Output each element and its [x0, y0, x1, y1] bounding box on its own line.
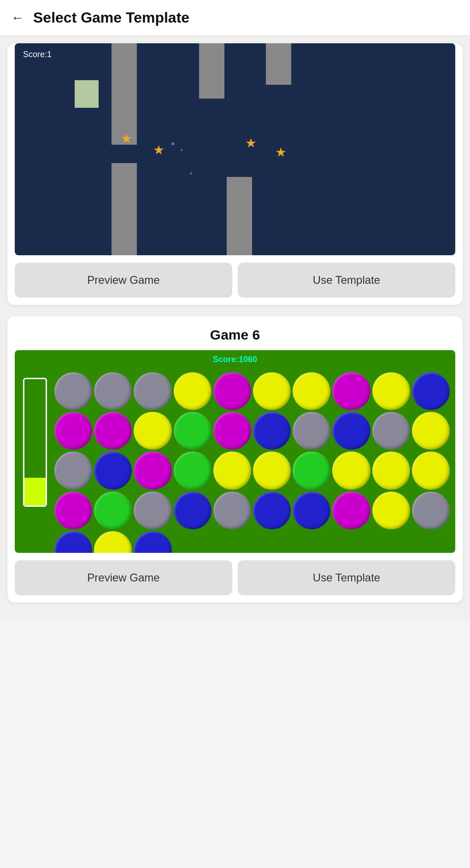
bubble — [174, 372, 212, 410]
game5-preview: Score:1 ★ ★ ★ ★ — [15, 43, 455, 255]
pillar — [227, 177, 252, 255]
bubble — [134, 412, 171, 450]
game5-card: Score:1 ★ ★ ★ ★ Preview Game — [7, 43, 463, 305]
game6-canvas: Score:1060 — [15, 350, 455, 553]
bubble — [293, 452, 330, 489]
particle — [171, 142, 174, 145]
shooter-fill — [24, 478, 46, 505]
particle — [181, 149, 182, 151]
bubble — [54, 531, 92, 553]
star-icon: ★ — [153, 142, 164, 158]
bubble — [293, 492, 330, 529]
game6-card: Game 6 Score:1060 Preview Game Use Templ… — [7, 316, 463, 603]
bubble — [293, 412, 330, 450]
bubble — [332, 412, 370, 450]
bubble — [372, 372, 410, 410]
pillar — [112, 163, 137, 255]
bubble — [332, 492, 370, 529]
game6-title: Game 6 — [7, 316, 463, 350]
star-icon: ★ — [121, 131, 132, 146]
game6-score: Score:1060 — [213, 355, 257, 364]
bubble — [54, 452, 92, 489]
game5-use-template-button[interactable]: Use Template — [238, 263, 455, 298]
bubble — [412, 372, 450, 410]
player-block — [75, 80, 99, 108]
bubble — [134, 452, 171, 489]
bubble — [54, 492, 92, 529]
bubble — [253, 492, 291, 529]
game5-preview-button[interactable]: Preview Game — [15, 263, 232, 298]
bubble — [412, 452, 450, 489]
bubble — [293, 372, 330, 410]
bubble — [412, 492, 450, 529]
bubble — [372, 452, 410, 489]
star-icon: ★ — [275, 145, 287, 160]
game6-preview-button[interactable]: Preview Game — [15, 560, 232, 595]
bubble — [332, 372, 370, 410]
bubble — [134, 492, 171, 529]
bubble — [94, 531, 132, 553]
bubble — [213, 492, 251, 529]
bubble-grid — [54, 372, 450, 553]
bubble — [94, 492, 132, 529]
pillar — [266, 43, 291, 85]
bubble — [213, 452, 251, 489]
bubble — [54, 412, 92, 450]
bubble — [94, 372, 132, 410]
bubble — [174, 412, 212, 450]
bubble — [253, 412, 291, 450]
bubble — [174, 452, 212, 489]
content-area: Score:1 ★ ★ ★ ★ Preview Game — [0, 36, 470, 621]
bubble — [134, 372, 171, 410]
particle — [190, 172, 192, 175]
game6-preview: Score:1060 — [15, 350, 455, 553]
shooter — [23, 378, 47, 507]
bubble — [174, 492, 212, 529]
bubble — [372, 492, 410, 529]
bubble — [253, 372, 291, 410]
bubble — [332, 452, 370, 489]
bubble — [372, 412, 410, 450]
game6-btn-row: Preview Game Use Template — [7, 553, 463, 603]
bubble — [213, 412, 251, 450]
bubble — [412, 412, 450, 450]
back-button[interactable]: ← — [11, 11, 24, 25]
bubble — [134, 531, 171, 553]
bubble — [94, 452, 132, 489]
pillar — [112, 43, 137, 145]
pillar — [199, 43, 224, 99]
header: ← Select Game Template — [0, 0, 470, 36]
game5-score: Score:1 — [23, 50, 52, 59]
bubble — [94, 412, 132, 450]
page-title: Select Game Template — [33, 9, 189, 26]
bubble — [54, 372, 92, 410]
game5-btn-row: Preview Game Use Template — [7, 255, 463, 305]
bubble — [213, 372, 251, 410]
bubble — [253, 452, 291, 489]
game6-use-template-button[interactable]: Use Template — [238, 560, 455, 595]
game5-canvas: Score:1 ★ ★ ★ ★ — [15, 43, 455, 255]
star-icon: ★ — [245, 135, 257, 151]
